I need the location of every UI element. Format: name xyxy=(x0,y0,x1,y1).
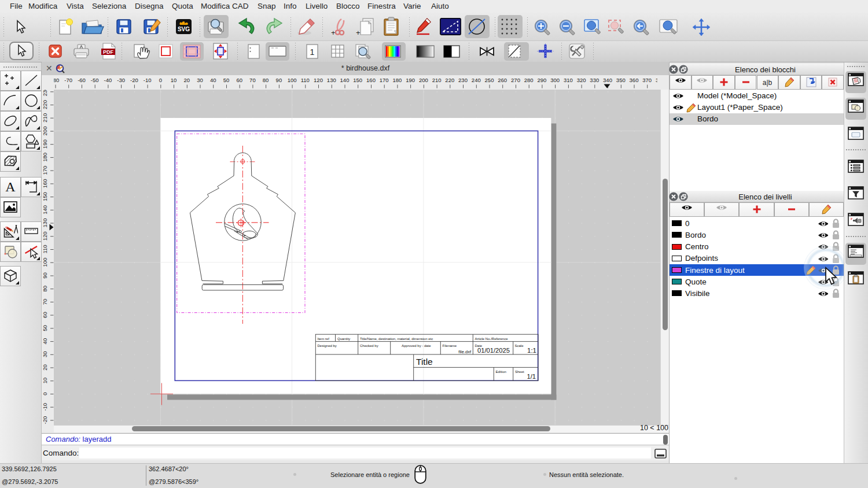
svg-text:a|b: a|b xyxy=(763,79,773,87)
svg-text:-50: -50 xyxy=(91,77,99,83)
svg-text:280: 280 xyxy=(524,77,534,83)
svg-text:20: 20 xyxy=(184,77,190,83)
svg-text:220: 220 xyxy=(445,77,454,83)
svg-text:Checked by: Checked by xyxy=(360,344,378,347)
svg-text:130: 130 xyxy=(327,77,336,83)
svg-text:160: 160 xyxy=(366,77,376,83)
svg-text:260: 260 xyxy=(498,77,507,83)
svg-text:230: 230 xyxy=(458,77,468,83)
svg-text:230: 230 xyxy=(42,90,48,96)
svg-text:310: 310 xyxy=(564,77,573,83)
svg-text:30: 30 xyxy=(42,352,48,358)
svg-text:170: 170 xyxy=(380,77,389,83)
svg-text:300: 300 xyxy=(550,77,560,83)
svg-text:-80: -80 xyxy=(54,77,59,83)
svg-text:Article No./Reference: Article No./Reference xyxy=(475,337,509,341)
svg-text:350: 350 xyxy=(616,77,626,83)
svg-text:240: 240 xyxy=(472,77,481,83)
svg-text:30: 30 xyxy=(197,77,203,83)
svg-text:180: 180 xyxy=(392,77,402,83)
svg-text:200: 200 xyxy=(42,127,48,136)
svg-text:330: 330 xyxy=(590,77,599,83)
svg-text:Title/Name, destination, mater: Title/Name, destination, material, dimen… xyxy=(360,337,433,341)
svg-text:-20: -20 xyxy=(42,416,48,424)
svg-text:file.dxf: file.dxf xyxy=(458,349,472,354)
svg-text:Item ref: Item ref xyxy=(318,337,330,341)
svg-text:-10: -10 xyxy=(144,77,152,83)
svg-text:80: 80 xyxy=(263,77,269,83)
svg-text:0: 0 xyxy=(159,77,162,83)
svg-text:130: 130 xyxy=(42,219,48,228)
svg-text:10: 10 xyxy=(42,378,48,384)
svg-text:210: 210 xyxy=(42,113,48,123)
svg-text:10: 10 xyxy=(171,77,177,83)
svg-text:290: 290 xyxy=(537,77,546,83)
svg-text:70: 70 xyxy=(42,299,48,305)
svg-text:1:1: 1:1 xyxy=(527,347,536,354)
svg-text:-30: -30 xyxy=(117,77,125,83)
svg-text:370: 370 xyxy=(642,77,652,83)
svg-text:Title: Title xyxy=(416,357,433,367)
svg-text:70: 70 xyxy=(249,77,256,83)
svg-text:100: 100 xyxy=(42,258,48,267)
svg-text:40: 40 xyxy=(42,338,48,345)
svg-text:270: 270 xyxy=(511,77,520,83)
svg-text:40: 40 xyxy=(210,77,216,83)
svg-text:120: 120 xyxy=(314,77,323,83)
svg-text:170: 170 xyxy=(42,166,48,175)
svg-text:140: 140 xyxy=(42,205,48,215)
svg-text:120: 120 xyxy=(42,231,48,241)
svg-text:90: 90 xyxy=(42,272,48,279)
svg-text:Scale: Scale xyxy=(515,344,524,347)
svg-text:150: 150 xyxy=(353,77,362,83)
svg-text:110: 110 xyxy=(301,77,310,83)
svg-text:160: 160 xyxy=(42,179,48,188)
svg-text:-40: -40 xyxy=(104,77,112,83)
svg-text:110: 110 xyxy=(42,245,48,253)
svg-text:-10: -10 xyxy=(42,403,48,411)
svg-text:Sheet: Sheet xyxy=(515,370,524,374)
svg-text:50: 50 xyxy=(223,77,230,83)
svg-text:60: 60 xyxy=(236,77,242,83)
svg-text:380: 380 xyxy=(656,77,657,83)
svg-text:Edition: Edition xyxy=(496,370,506,374)
svg-text:80: 80 xyxy=(42,286,48,292)
svg-text:Filename: Filename xyxy=(443,344,457,347)
svg-text:320: 320 xyxy=(577,77,586,83)
svg-text:200: 200 xyxy=(419,77,428,83)
svg-text:210: 210 xyxy=(432,77,442,83)
svg-text:50: 50 xyxy=(42,325,48,331)
svg-text:Approved by - date: Approved by - date xyxy=(402,344,431,347)
svg-text:-60: -60 xyxy=(78,77,86,83)
svg-text:100: 100 xyxy=(288,77,297,83)
svg-text:360: 360 xyxy=(630,77,639,83)
svg-text:-20: -20 xyxy=(130,77,138,83)
svg-text:Designed by: Designed by xyxy=(318,344,337,347)
svg-text:250: 250 xyxy=(485,77,494,83)
svg-text:01/01/2025: 01/01/2025 xyxy=(477,347,510,354)
svg-text:Quantity: Quantity xyxy=(337,337,350,341)
svg-text:140: 140 xyxy=(340,77,350,83)
svg-text:1/1: 1/1 xyxy=(527,373,536,380)
svg-text:60: 60 xyxy=(42,312,48,318)
svg-text:20: 20 xyxy=(42,364,48,371)
svg-text:-70: -70 xyxy=(64,77,72,83)
svg-text:0: 0 xyxy=(42,392,48,395)
svg-text:190: 190 xyxy=(406,77,415,83)
svg-text:90: 90 xyxy=(276,77,282,83)
svg-text:220: 220 xyxy=(42,100,48,109)
svg-text:150: 150 xyxy=(42,192,48,201)
svg-text:180: 180 xyxy=(42,153,48,162)
svg-text:340: 340 xyxy=(603,77,612,83)
svg-text:190: 190 xyxy=(42,139,48,149)
